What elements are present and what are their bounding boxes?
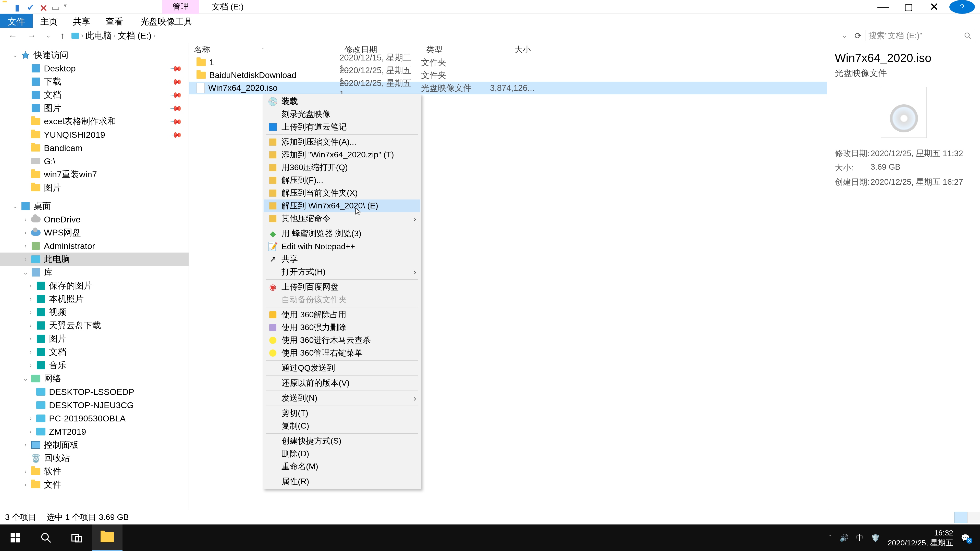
tree-local-photos[interactable]: ›本机照片 [0, 292, 189, 306]
tree-documents[interactable]: 文档📌 [0, 88, 189, 102]
ctx-delete[interactable]: 删除(D) [264, 448, 420, 460]
qat-close-icon[interactable]: ✕ [39, 2, 48, 11]
chevron-right-icon[interactable]: › [81, 32, 83, 40]
tree-wps[interactable]: ›WPS网盘 [0, 226, 189, 239]
task-view-button[interactable] [61, 524, 92, 551]
refresh-icon[interactable]: ⟳ [854, 30, 862, 41]
address-dropdown[interactable]: ⌄ [842, 32, 847, 40]
tree-net2[interactable]: DESKTOP-NJEU3CG [0, 399, 189, 412]
ctx-openwith[interactable]: 打开方式(H)› [264, 265, 420, 278]
search-button[interactable] [30, 524, 61, 551]
volume-icon[interactable]: 🔊 [840, 534, 849, 542]
tree-downloads[interactable]: 下载📌 [0, 75, 189, 88]
tree-tianyi[interactable]: ›天翼云盘下载 [0, 319, 189, 332]
view-details-button[interactable] [955, 512, 967, 523]
tree-docs-lib[interactable]: ›文档 [0, 345, 189, 359]
start-button[interactable] [0, 524, 30, 551]
tree-yunqishi[interactable]: YUNQISHI2019📌 [0, 128, 189, 141]
file-row[interactable]: BaiduNetdiskDownload 2020/12/25, 星期五 1..… [189, 69, 827, 82]
ctx-mount[interactable]: 💿装载 [264, 95, 420, 108]
ctx-360-menu[interactable]: 使用 360管理右键菜单 [264, 347, 420, 359]
tree-pictures2[interactable]: 图片 [0, 181, 189, 194]
security-icon[interactable]: 🛡️ [871, 534, 880, 542]
ctx-fengmi[interactable]: ◆用 蜂蜜浏览器 浏览(3) [264, 227, 420, 240]
ctx-360-force-del[interactable]: 使用 360强力删除 [264, 321, 420, 334]
tree-admin[interactable]: ›Administrator [0, 239, 189, 252]
context-menu[interactable]: 💿装载 刻录光盘映像 上传到有道云笔记 添加到压缩文件(A)... 添加到 "W… [263, 94, 421, 489]
file-row[interactable]: 1 2020/12/15, 星期二 1... 文件夹 [189, 56, 827, 69]
tree-soft[interactable]: ›软件 [0, 465, 189, 478]
ctx-qq-send[interactable]: 通过QQ发送到 [264, 362, 420, 375]
tree-desktop-zh[interactable]: ⌄桌面 [0, 200, 189, 213]
tree-saved-pics[interactable]: ›保存的图片 [0, 279, 189, 292]
tree-net4[interactable]: ›ZMT2019 [0, 425, 189, 438]
tree-libraries[interactable]: ⌄库 [0, 266, 189, 279]
navigation-tree[interactable]: ⌄快速访问 Desktop📌 下载📌 文档📌 图片📌 excel表格制作求和📌 … [0, 43, 189, 510]
col-name[interactable]: 名称˄ [189, 44, 339, 56]
ctx-copy[interactable]: 复制(C) [264, 420, 420, 432]
nav-up[interactable]: ↑ [57, 30, 68, 41]
ctx-rename[interactable]: 重命名(M) [264, 460, 420, 473]
nav-forward[interactable]: → [24, 30, 39, 41]
ctx-add-zip[interactable]: 添加到 "Win7x64_2020.zip" (T) [264, 148, 420, 161]
taskbar[interactable]: ˄ 🔊 中 🛡️ 16:32 2020/12/25, 星期五 💬3 [0, 524, 980, 551]
ribbon-file[interactable]: 文件 [0, 14, 33, 28]
maximize-button[interactable]: ▢ [896, 0, 921, 14]
nav-back[interactable]: ← [5, 30, 21, 41]
tree-bandicam[interactable]: Bandicam [0, 141, 189, 155]
ctx-360-unlock[interactable]: 使用 360解除占用 [264, 308, 420, 321]
search-input[interactable]: 搜索"文档 (E:)" [865, 30, 975, 41]
column-headers[interactable]: 名称˄ 修改日期 类型 大小 [189, 43, 827, 56]
tree-net3[interactable]: ›PC-20190530OBLA [0, 412, 189, 425]
ctx-cut[interactable]: 剪切(T) [264, 407, 420, 420]
tray-chevron-up-icon[interactable]: ˄ [829, 534, 832, 542]
ribbon-home[interactable]: 主页 [33, 14, 65, 28]
file-row-selected[interactable]: Win7x64_2020.iso 2020/12/25, 星期五 1... 光盘… [189, 82, 827, 94]
ctx-youdao[interactable]: 上传到有道云笔记 [264, 121, 420, 133]
ribbon-iso-tools[interactable]: 光盘映像工具 [133, 14, 200, 28]
tree-pictures[interactable]: 图片📌 [0, 102, 189, 115]
tree-recycle[interactable]: 🗑️回收站 [0, 451, 189, 465]
ctx-send-to[interactable]: 发送到(N)› [264, 392, 420, 405]
contextual-tab-manage[interactable]: 管理 [162, 0, 199, 14]
ctx-other-compress[interactable]: 其他压缩命令› [264, 212, 420, 225]
crumb-location[interactable]: 文档 (E:) [118, 30, 151, 41]
ctx-extract-to[interactable]: 解压到(F)... [264, 174, 420, 187]
close-button[interactable]: ✕ [921, 0, 947, 14]
tree-g-drive[interactable]: G:\ [0, 155, 189, 168]
ribbon-share[interactable]: 共享 [65, 14, 98, 28]
tree-thispc[interactable]: ›此电脑 [0, 252, 189, 266]
qat-new-folder-icon[interactable]: ▭ [52, 2, 61, 11]
ctx-share[interactable]: ↗共享 [264, 253, 420, 265]
minimize-button[interactable]: — [870, 0, 896, 14]
breadcrumb[interactable]: › 此电脑 › 文档 (E:) › ⌄ ⟳ [72, 30, 862, 41]
ctx-add-archive[interactable]: 添加到压缩文件(A)... [264, 136, 420, 148]
ctx-baidu-upload[interactable]: ◉上传到百度网盘 [264, 281, 420, 293]
tree-pics-lib[interactable]: ›图片 [0, 332, 189, 345]
ribbon-view[interactable]: 查看 [98, 14, 130, 28]
tree-videos-lib[interactable]: ›视频 [0, 306, 189, 319]
qat-dropdown-icon[interactable]: ▾ [64, 2, 73, 11]
ctx-360-trojan[interactable]: 使用 360进行木马云查杀 [264, 334, 420, 347]
help-button[interactable]: ? [950, 0, 975, 14]
nav-recent-dropdown[interactable]: ⌄ [43, 32, 54, 39]
ctx-extract-named[interactable]: 解压到 Win7x64_2020\ (E) [264, 200, 420, 212]
ctx-extract-here[interactable]: 解压到当前文件夹(X) [264, 187, 420, 200]
action-center-icon[interactable]: 💬3 [961, 534, 970, 542]
tree-control-panel[interactable]: ›控制面板 [0, 438, 189, 451]
qat-checkmark-icon[interactable]: ✔ [27, 2, 36, 11]
ime-indicator[interactable]: 中 [856, 533, 863, 543]
clock[interactable]: 16:32 2020/12/25, 星期五 [888, 528, 953, 548]
ctx-open360[interactable]: 用360压缩打开(Q) [264, 161, 420, 174]
tree-net1[interactable]: DESKTOP-LSSOEDP [0, 385, 189, 399]
view-icons-button[interactable] [967, 512, 980, 523]
col-type[interactable]: 类型 [421, 44, 490, 56]
qat-item[interactable]: ▮ [15, 2, 24, 11]
ctx-npp[interactable]: 📝Edit with Notepad++ [264, 240, 420, 253]
tree-win7reinstall[interactable]: win7重装win7 [0, 168, 189, 181]
tree-desktop[interactable]: Desktop📌 [0, 62, 189, 75]
tree-onedrive[interactable]: ›OneDrive [0, 213, 189, 226]
ctx-shortcut[interactable]: 创建快捷方式(S) [264, 435, 420, 448]
tree-network[interactable]: ⌄网络 [0, 372, 189, 385]
chevron-right-icon[interactable]: › [154, 32, 156, 40]
